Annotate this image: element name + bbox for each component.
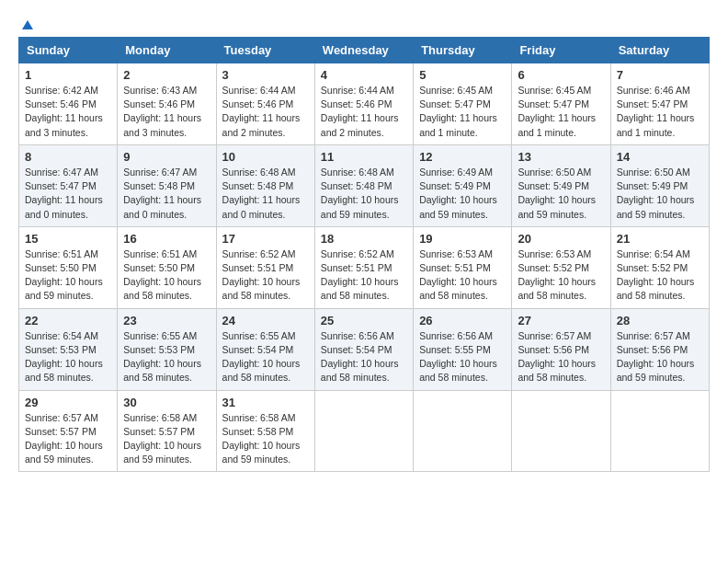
day-info: Sunrise: 6:57 AMSunset: 5:56 PMDaylight:… [518, 329, 604, 385]
day-number: 4 [321, 68, 407, 82]
day-info: Sunrise: 6:46 AMSunset: 5:47 PMDaylight:… [617, 84, 703, 140]
calendar-cell: 30Sunrise: 6:58 AMSunset: 5:57 PMDayligh… [118, 390, 216, 472]
day-number: 20 [518, 232, 604, 246]
calendar-cell [512, 390, 610, 472]
day-number: 18 [321, 232, 407, 246]
day-info: Sunrise: 6:45 AMSunset: 5:47 PMDaylight:… [419, 84, 506, 140]
calendar-cell: 5Sunrise: 6:45 AMSunset: 5:47 PMDaylight… [414, 63, 512, 145]
calendar-cell: 27Sunrise: 6:57 AMSunset: 5:56 PMDayligh… [512, 308, 610, 390]
day-number: 12 [419, 150, 506, 164]
day-info: Sunrise: 6:56 AMSunset: 5:55 PMDaylight:… [419, 329, 506, 385]
day-number: 19 [419, 232, 506, 246]
weekday-header-thursday: Thursday [414, 38, 512, 63]
calendar-cell: 23Sunrise: 6:55 AMSunset: 5:53 PMDayligh… [118, 308, 216, 390]
day-info: Sunrise: 6:57 AMSunset: 5:56 PMDaylight:… [617, 329, 703, 385]
calendar-cell: 12Sunrise: 6:49 AMSunset: 5:49 PMDayligh… [414, 144, 512, 226]
logo [18, 18, 35, 28]
page-header [18, 18, 710, 28]
day-info: Sunrise: 6:47 AMSunset: 5:47 PMDaylight:… [25, 166, 111, 222]
calendar-cell: 22Sunrise: 6:54 AMSunset: 5:53 PMDayligh… [19, 308, 118, 390]
day-number: 30 [123, 396, 210, 409]
weekday-header-friday: Friday [512, 38, 610, 63]
day-number: 21 [617, 232, 703, 246]
calendar-cell: 24Sunrise: 6:55 AMSunset: 5:54 PMDayligh… [216, 308, 314, 390]
day-info: Sunrise: 6:55 AMSunset: 5:54 PMDaylight:… [222, 329, 309, 385]
week-row-4: 22Sunrise: 6:54 AMSunset: 5:53 PMDayligh… [19, 308, 710, 390]
day-number: 24 [222, 314, 309, 327]
calendar-cell: 14Sunrise: 6:50 AMSunset: 5:49 PMDayligh… [610, 144, 709, 226]
day-info: Sunrise: 6:52 AMSunset: 5:51 PMDaylight:… [222, 247, 309, 304]
calendar-cell: 19Sunrise: 6:53 AMSunset: 5:51 PMDayligh… [414, 226, 512, 308]
svg-marker-0 [22, 20, 33, 29]
day-info: Sunrise: 6:54 AMSunset: 5:53 PMDaylight:… [25, 329, 111, 385]
day-info: Sunrise: 6:50 AMSunset: 5:49 PMDaylight:… [518, 166, 604, 222]
calendar-cell: 6Sunrise: 6:45 AMSunset: 5:47 PMDaylight… [512, 63, 610, 145]
day-info: Sunrise: 6:53 AMSunset: 5:52 PMDaylight:… [518, 247, 604, 304]
calendar-cell [314, 390, 413, 472]
day-number: 13 [518, 150, 604, 164]
day-number: 6 [518, 68, 604, 82]
day-info: Sunrise: 6:42 AMSunset: 5:46 PMDaylight:… [25, 84, 111, 140]
day-info: Sunrise: 6:58 AMSunset: 5:57 PMDaylight:… [123, 411, 210, 467]
day-number: 17 [222, 232, 309, 246]
day-number: 22 [25, 314, 111, 327]
weekday-header-tuesday: Tuesday [216, 38, 314, 63]
day-info: Sunrise: 6:56 AMSunset: 5:54 PMDaylight:… [321, 329, 407, 385]
day-info: Sunrise: 6:47 AMSunset: 5:48 PMDaylight:… [123, 166, 210, 222]
calendar-cell: 15Sunrise: 6:51 AMSunset: 5:50 PMDayligh… [19, 226, 118, 308]
week-row-2: 8Sunrise: 6:47 AMSunset: 5:47 PMDaylight… [19, 144, 710, 226]
day-info: Sunrise: 6:52 AMSunset: 5:51 PMDaylight:… [321, 247, 407, 304]
day-number: 11 [321, 150, 407, 164]
calendar-cell [414, 390, 512, 472]
day-info: Sunrise: 6:49 AMSunset: 5:49 PMDaylight:… [419, 166, 506, 222]
day-number: 28 [617, 314, 703, 327]
day-info: Sunrise: 6:44 AMSunset: 5:46 PMDaylight:… [321, 84, 407, 140]
calendar-cell: 8Sunrise: 6:47 AMSunset: 5:47 PMDaylight… [19, 144, 118, 226]
day-info: Sunrise: 6:54 AMSunset: 5:52 PMDaylight:… [617, 247, 703, 304]
calendar-cell: 25Sunrise: 6:56 AMSunset: 5:54 PMDayligh… [314, 308, 413, 390]
day-number: 26 [419, 314, 506, 327]
calendar-cell: 1Sunrise: 6:42 AMSunset: 5:46 PMDaylight… [19, 63, 118, 145]
calendar-cell: 13Sunrise: 6:50 AMSunset: 5:49 PMDayligh… [512, 144, 610, 226]
weekday-header-row: SundayMondayTuesdayWednesdayThursdayFrid… [19, 38, 710, 63]
day-info: Sunrise: 6:55 AMSunset: 5:53 PMDaylight:… [123, 329, 210, 385]
calendar-cell: 17Sunrise: 6:52 AMSunset: 5:51 PMDayligh… [216, 226, 314, 308]
day-info: Sunrise: 6:53 AMSunset: 5:51 PMDaylight:… [419, 247, 506, 304]
week-row-1: 1Sunrise: 6:42 AMSunset: 5:46 PMDaylight… [19, 63, 710, 145]
day-info: Sunrise: 6:43 AMSunset: 5:46 PMDaylight:… [123, 84, 210, 140]
week-row-3: 15Sunrise: 6:51 AMSunset: 5:50 PMDayligh… [19, 226, 710, 308]
calendar-cell: 16Sunrise: 6:51 AMSunset: 5:50 PMDayligh… [118, 226, 216, 308]
calendar-cell: 29Sunrise: 6:57 AMSunset: 5:57 PMDayligh… [19, 390, 118, 472]
day-info: Sunrise: 6:50 AMSunset: 5:49 PMDaylight:… [617, 166, 703, 222]
day-info: Sunrise: 6:48 AMSunset: 5:48 PMDaylight:… [222, 166, 309, 222]
weekday-header-saturday: Saturday [610, 38, 709, 63]
day-info: Sunrise: 6:51 AMSunset: 5:50 PMDaylight:… [25, 247, 111, 304]
day-info: Sunrise: 6:44 AMSunset: 5:46 PMDaylight:… [222, 84, 309, 140]
weekday-header-monday: Monday [118, 38, 216, 63]
calendar-cell: 21Sunrise: 6:54 AMSunset: 5:52 PMDayligh… [610, 226, 709, 308]
day-number: 3 [222, 68, 309, 82]
day-number: 9 [123, 150, 210, 164]
calendar-cell [610, 390, 709, 472]
weekday-header-wednesday: Wednesday [314, 38, 413, 63]
day-number: 25 [321, 314, 407, 327]
day-number: 7 [617, 68, 703, 82]
day-info: Sunrise: 6:57 AMSunset: 5:57 PMDaylight:… [25, 411, 111, 467]
calendar-cell: 7Sunrise: 6:46 AMSunset: 5:47 PMDaylight… [610, 63, 709, 145]
day-number: 16 [123, 232, 210, 246]
day-info: Sunrise: 6:48 AMSunset: 5:48 PMDaylight:… [321, 166, 407, 222]
day-number: 1 [25, 68, 111, 82]
calendar-cell: 31Sunrise: 6:58 AMSunset: 5:58 PMDayligh… [216, 390, 314, 472]
weekday-header-sunday: Sunday [19, 38, 118, 63]
day-number: 5 [419, 68, 506, 82]
day-number: 31 [222, 396, 309, 409]
calendar-cell: 20Sunrise: 6:53 AMSunset: 5:52 PMDayligh… [512, 226, 610, 308]
calendar-cell: 3Sunrise: 6:44 AMSunset: 5:46 PMDaylight… [216, 63, 314, 145]
week-row-5: 29Sunrise: 6:57 AMSunset: 5:57 PMDayligh… [19, 390, 710, 472]
calendar-cell: 28Sunrise: 6:57 AMSunset: 5:56 PMDayligh… [610, 308, 709, 390]
day-number: 29 [25, 396, 111, 409]
day-number: 15 [25, 232, 111, 246]
day-info: Sunrise: 6:58 AMSunset: 5:58 PMDaylight:… [222, 411, 309, 467]
calendar-cell: 4Sunrise: 6:44 AMSunset: 5:46 PMDaylight… [314, 63, 413, 145]
logo-icon [20, 18, 35, 33]
